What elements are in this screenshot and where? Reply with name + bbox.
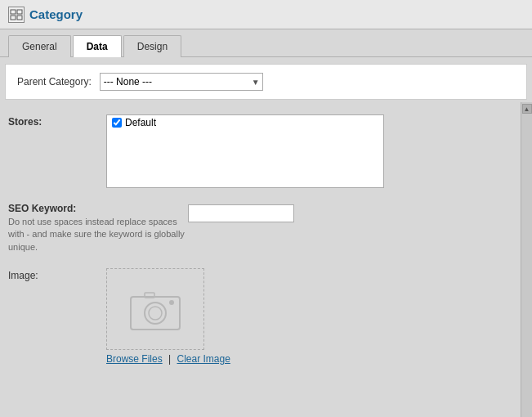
browse-files-link[interactable]: Browse Files bbox=[106, 353, 163, 365]
svg-point-5 bbox=[145, 303, 166, 324]
category-icon bbox=[8, 7, 25, 23]
seo-keyword-description: Do not use spaces instead replace spaces… bbox=[8, 216, 188, 253]
stores-row: Stores: Default bbox=[8, 111, 516, 188]
stores-default-label: Default bbox=[125, 117, 156, 128]
image-upload-area: Browse Files | Clear Image bbox=[106, 268, 230, 365]
seo-row: SEO Keyword: Do not use spaces instead r… bbox=[8, 200, 516, 253]
image-row: Image: bbox=[8, 265, 516, 365]
svg-rect-0 bbox=[11, 10, 16, 14]
tab-general[interactable]: General bbox=[8, 35, 71, 57]
main-content: ▲ Parent Category: --- None --- ▼ Stores… bbox=[0, 57, 532, 417]
image-action-separator: | bbox=[168, 353, 171, 365]
stores-listbox-item: Default bbox=[107, 115, 383, 130]
parent-category-row: Parent Category: --- None --- ▼ bbox=[5, 64, 527, 100]
svg-point-8 bbox=[169, 300, 174, 305]
stores-default-checkbox[interactable] bbox=[112, 118, 122, 128]
page-title: Category bbox=[29, 7, 83, 21]
clear-image-link[interactable]: Clear Image bbox=[177, 353, 230, 365]
seo-keyword-input[interactable] bbox=[188, 204, 294, 222]
parent-category-select[interactable]: --- None --- bbox=[100, 73, 263, 91]
image-preview bbox=[106, 268, 204, 350]
parent-category-dropdown-wrapper: --- None --- ▼ bbox=[100, 73, 263, 91]
seo-keyword-label: SEO Keyword: bbox=[8, 203, 188, 214]
image-placeholder bbox=[107, 269, 203, 349]
image-label: Image: bbox=[8, 268, 106, 281]
scroll-up-button[interactable]: ▲ bbox=[522, 104, 532, 114]
stores-listbox[interactable]: Default bbox=[106, 114, 384, 188]
svg-rect-3 bbox=[17, 16, 22, 20]
image-actions: Browse Files | Clear Image bbox=[106, 353, 230, 365]
svg-point-6 bbox=[149, 307, 162, 320]
camera-icon bbox=[127, 285, 184, 334]
parent-category-label: Parent Category: bbox=[17, 76, 92, 87]
form-section: Stores: Default SEO Keyword: Do not use … bbox=[0, 106, 521, 381]
scrollbar[interactable]: ▲ bbox=[521, 102, 532, 417]
svg-rect-1 bbox=[17, 10, 22, 14]
title-bar: Category bbox=[0, 0, 532, 29]
tabs-bar: General Data Design bbox=[0, 29, 532, 57]
seo-label-block: SEO Keyword: Do not use spaces instead r… bbox=[8, 203, 188, 253]
page-wrapper: Category General Data Design ▲ Parent Ca… bbox=[0, 0, 532, 417]
tab-data[interactable]: Data bbox=[73, 35, 122, 57]
svg-rect-2 bbox=[11, 16, 16, 20]
tab-design[interactable]: Design bbox=[123, 35, 181, 57]
stores-label: Stores: bbox=[8, 114, 106, 128]
